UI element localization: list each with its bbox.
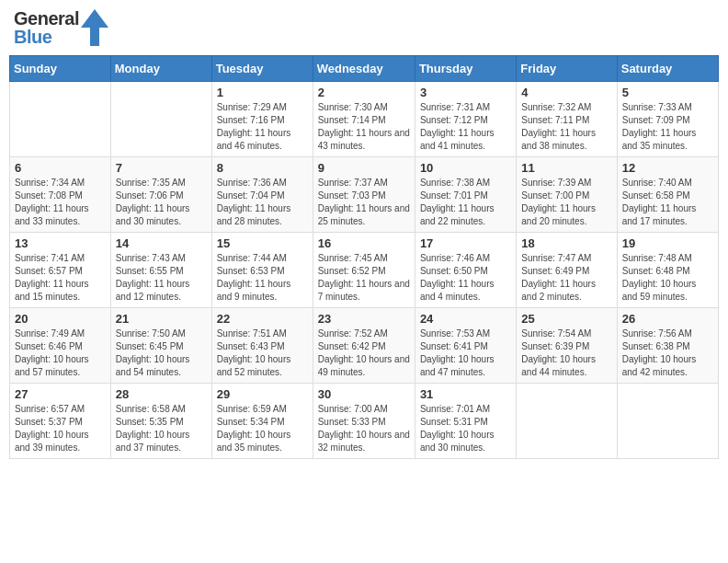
day-info: Sunrise: 7:53 AMSunset: 6:41 PMDaylight:… xyxy=(420,327,511,379)
calendar-day-cell: 13Sunrise: 7:41 AMSunset: 6:57 PMDayligh… xyxy=(10,233,111,308)
day-number: 25 xyxy=(521,312,611,326)
day-info: Sunrise: 7:31 AMSunset: 7:12 PMDaylight:… xyxy=(420,101,511,153)
day-of-week-header: Wednesday xyxy=(313,56,415,82)
day-info: Sunrise: 7:29 AMSunset: 7:16 PMDaylight:… xyxy=(217,101,308,153)
day-info: Sunrise: 7:51 AMSunset: 6:43 PMDaylight:… xyxy=(217,327,308,379)
day-number: 27 xyxy=(15,387,106,401)
day-info: Sunrise: 7:44 AMSunset: 6:53 PMDaylight:… xyxy=(217,252,308,304)
day-info: Sunrise: 7:37 AMSunset: 7:03 PMDaylight:… xyxy=(318,177,410,228)
calendar-day-cell: 20Sunrise: 7:49 AMSunset: 6:46 PMDayligh… xyxy=(10,308,111,384)
calendar-day-cell: 3Sunrise: 7:31 AMSunset: 7:12 PMDaylight… xyxy=(415,82,516,157)
day-number: 16 xyxy=(318,236,410,250)
calendar-day-cell: 31Sunrise: 7:01 AMSunset: 5:31 PMDayligh… xyxy=(415,384,516,459)
day-number: 3 xyxy=(420,86,511,99)
day-info: Sunrise: 6:58 AMSunset: 5:35 PMDaylight:… xyxy=(116,403,207,454)
calendar-day-cell: 26Sunrise: 7:56 AMSunset: 6:38 PMDayligh… xyxy=(617,308,718,384)
day-number: 28 xyxy=(116,387,207,401)
calendar-day-cell xyxy=(517,384,617,459)
day-number: 29 xyxy=(217,387,308,401)
day-info: Sunrise: 7:32 AMSunset: 7:11 PMDaylight:… xyxy=(521,101,611,153)
day-number: 7 xyxy=(116,161,207,175)
day-number: 24 xyxy=(420,312,511,326)
day-of-week-header: Saturday xyxy=(617,56,718,82)
calendar-day-cell: 27Sunrise: 6:57 AMSunset: 5:37 PMDayligh… xyxy=(10,384,111,459)
calendar-day-cell: 22Sunrise: 7:51 AMSunset: 6:43 PMDayligh… xyxy=(211,308,313,384)
day-info: Sunrise: 7:01 AMSunset: 5:31 PMDaylight:… xyxy=(420,403,511,454)
calendar-day-cell: 12Sunrise: 7:40 AMSunset: 6:58 PMDayligh… xyxy=(617,157,718,233)
day-info: Sunrise: 7:49 AMSunset: 6:46 PMDaylight:… xyxy=(15,327,106,379)
day-info: Sunrise: 7:56 AMSunset: 6:38 PMDaylight:… xyxy=(622,327,713,379)
day-info: Sunrise: 7:36 AMSunset: 7:04 PMDaylight:… xyxy=(217,177,308,228)
calendar-day-cell: 10Sunrise: 7:38 AMSunset: 7:01 PMDayligh… xyxy=(415,157,516,233)
day-number: 8 xyxy=(217,161,308,175)
day-number: 1 xyxy=(217,86,308,99)
day-of-week-header: Thursday xyxy=(415,56,516,82)
day-number: 14 xyxy=(116,236,207,250)
day-number: 6 xyxy=(15,161,106,175)
day-info: Sunrise: 7:34 AMSunset: 7:08 PMDaylight:… xyxy=(15,177,106,228)
calendar-day-cell: 9Sunrise: 7:37 AMSunset: 7:03 PMDaylight… xyxy=(313,157,415,233)
calendar-week-row: 1Sunrise: 7:29 AMSunset: 7:16 PMDaylight… xyxy=(10,82,719,157)
calendar-day-cell: 28Sunrise: 6:58 AMSunset: 5:35 PMDayligh… xyxy=(110,384,211,459)
day-info: Sunrise: 6:59 AMSunset: 5:34 PMDaylight:… xyxy=(217,403,308,454)
day-number: 30 xyxy=(318,387,410,401)
calendar-day-cell: 8Sunrise: 7:36 AMSunset: 7:04 PMDaylight… xyxy=(211,157,313,233)
logo-general: General xyxy=(14,9,79,28)
calendar-day-cell: 2Sunrise: 7:30 AMSunset: 7:14 PMDaylight… xyxy=(313,82,415,157)
calendar-table: SundayMondayTuesdayWednesdayThursdayFrid… xyxy=(9,55,719,459)
day-number: 22 xyxy=(217,312,308,326)
day-number: 13 xyxy=(15,236,106,250)
day-info: Sunrise: 7:40 AMSunset: 6:58 PMDaylight:… xyxy=(622,177,713,228)
day-number: 21 xyxy=(116,312,207,326)
calendar-day-cell: 11Sunrise: 7:39 AMSunset: 7:00 PMDayligh… xyxy=(517,157,617,233)
day-number: 5 xyxy=(622,86,713,99)
calendar-day-cell: 7Sunrise: 7:35 AMSunset: 7:06 PMDaylight… xyxy=(110,157,211,233)
day-info: Sunrise: 7:00 AMSunset: 5:33 PMDaylight:… xyxy=(318,403,410,454)
logo-arrow-icon xyxy=(81,9,108,46)
day-number: 20 xyxy=(15,312,106,326)
day-number: 11 xyxy=(521,161,611,175)
day-number: 2 xyxy=(318,86,410,99)
day-number: 4 xyxy=(521,86,611,99)
calendar-day-cell: 4Sunrise: 7:32 AMSunset: 7:11 PMDaylight… xyxy=(517,82,617,157)
day-number: 26 xyxy=(622,312,713,326)
day-of-week-header: Monday xyxy=(110,56,211,82)
calendar-header-row: SundayMondayTuesdayWednesdayThursdayFrid… xyxy=(10,56,719,82)
calendar-week-row: 20Sunrise: 7:49 AMSunset: 6:46 PMDayligh… xyxy=(10,308,719,384)
day-number: 15 xyxy=(217,236,308,250)
calendar-day-cell xyxy=(110,82,211,157)
day-info: Sunrise: 7:54 AMSunset: 6:39 PMDaylight:… xyxy=(521,327,611,379)
day-info: Sunrise: 7:50 AMSunset: 6:45 PMDaylight:… xyxy=(116,327,207,379)
day-info: Sunrise: 7:46 AMSunset: 6:50 PMDaylight:… xyxy=(420,252,511,304)
day-info: Sunrise: 6:57 AMSunset: 5:37 PMDaylight:… xyxy=(15,403,106,454)
calendar-day-cell: 18Sunrise: 7:47 AMSunset: 6:49 PMDayligh… xyxy=(517,233,617,308)
calendar-day-cell: 16Sunrise: 7:45 AMSunset: 6:52 PMDayligh… xyxy=(313,233,415,308)
day-of-week-header: Friday xyxy=(517,56,617,82)
day-info: Sunrise: 7:48 AMSunset: 6:48 PMDaylight:… xyxy=(622,252,713,304)
calendar-day-cell: 24Sunrise: 7:53 AMSunset: 6:41 PMDayligh… xyxy=(415,308,516,384)
calendar-day-cell: 30Sunrise: 7:00 AMSunset: 5:33 PMDayligh… xyxy=(313,384,415,459)
calendar-day-cell: 6Sunrise: 7:34 AMSunset: 7:08 PMDaylight… xyxy=(10,157,111,233)
day-info: Sunrise: 7:35 AMSunset: 7:06 PMDaylight:… xyxy=(116,177,207,228)
calendar-day-cell: 1Sunrise: 7:29 AMSunset: 7:16 PMDaylight… xyxy=(211,82,313,157)
svg-marker-0 xyxy=(81,9,108,46)
day-number: 9 xyxy=(318,161,410,175)
calendar-day-cell: 23Sunrise: 7:52 AMSunset: 6:42 PMDayligh… xyxy=(313,308,415,384)
calendar-week-row: 6Sunrise: 7:34 AMSunset: 7:08 PMDaylight… xyxy=(10,157,719,233)
calendar-week-row: 27Sunrise: 6:57 AMSunset: 5:37 PMDayligh… xyxy=(10,384,719,459)
day-number: 31 xyxy=(420,387,511,401)
day-of-week-header: Tuesday xyxy=(211,56,313,82)
calendar-day-cell: 5Sunrise: 7:33 AMSunset: 7:09 PMDaylight… xyxy=(617,82,718,157)
day-info: Sunrise: 7:30 AMSunset: 7:14 PMDaylight:… xyxy=(318,101,410,153)
calendar-day-cell xyxy=(617,384,718,459)
calendar-day-cell xyxy=(10,82,111,157)
day-info: Sunrise: 7:45 AMSunset: 6:52 PMDaylight:… xyxy=(318,252,410,304)
logo-blue: Blue xyxy=(14,28,79,46)
day-info: Sunrise: 7:38 AMSunset: 7:01 PMDaylight:… xyxy=(420,177,511,228)
day-info: Sunrise: 7:43 AMSunset: 6:55 PMDaylight:… xyxy=(116,252,207,304)
calendar-day-cell: 14Sunrise: 7:43 AMSunset: 6:55 PMDayligh… xyxy=(110,233,211,308)
day-number: 12 xyxy=(622,161,713,175)
day-number: 18 xyxy=(521,236,611,250)
calendar-day-cell: 25Sunrise: 7:54 AMSunset: 6:39 PMDayligh… xyxy=(517,308,617,384)
day-number: 10 xyxy=(420,161,511,175)
